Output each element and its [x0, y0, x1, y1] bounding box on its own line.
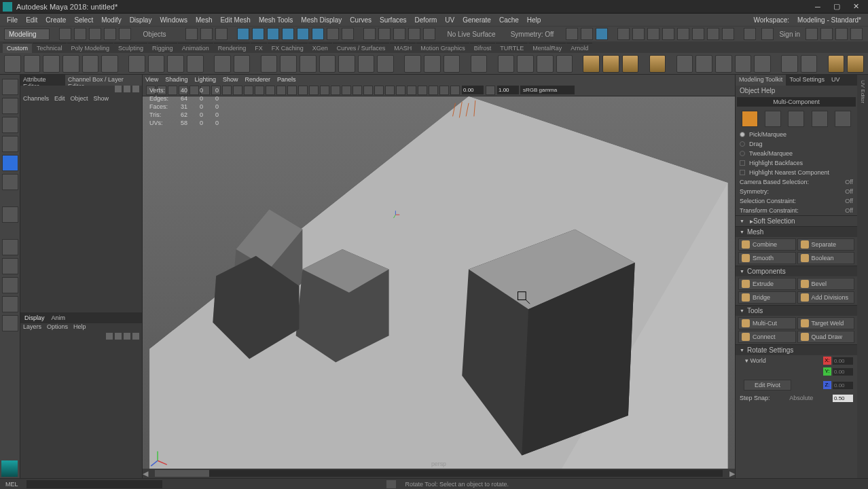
undo-icon[interactable]	[104, 28, 116, 40]
shelf-icon[interactable]	[404, 55, 421, 73]
viewport-3d[interactable]: persp	[143, 96, 735, 469]
sel-face-icon[interactable]	[267, 28, 279, 40]
lasso-tool-icon[interactable]	[2, 98, 18, 114]
panel2-icon[interactable]	[632, 28, 645, 40]
shelftab-motiongraphics[interactable]: Motion Graphics	[416, 43, 469, 53]
face-mode-icon[interactable]	[812, 111, 828, 127]
script-lang-label[interactable]: MEL	[0, 481, 24, 488]
shelftab-curves[interactable]: Curves / Surfaces	[333, 43, 390, 53]
close-button[interactable]: ✕	[846, 1, 865, 13]
shelf-icon[interactable]	[498, 55, 515, 73]
vp-menu-panels[interactable]: Panels	[277, 76, 296, 83]
toolkit-menu-help[interactable]: Help	[761, 87, 776, 94]
object-mode-icon[interactable]	[742, 111, 758, 127]
vp-icon[interactable]	[407, 86, 416, 95]
panel6-icon[interactable]	[692, 28, 704, 40]
selection-mask-label[interactable]: Objects	[143, 31, 166, 38]
uv-mode-icon[interactable]	[835, 111, 851, 127]
shelf-icon[interactable]	[319, 55, 336, 73]
cb-menu-object[interactable]: Object	[71, 95, 88, 105]
menu-curves[interactable]: Curves	[346, 16, 376, 24]
script-editor-icon[interactable]	[386, 480, 396, 488]
shelftab-rendering[interactable]: Rendering	[214, 43, 251, 53]
ui-toggle2-icon[interactable]	[820, 28, 833, 40]
shelf-icon[interactable]	[695, 55, 712, 73]
section-tools[interactable]: Tools	[736, 305, 857, 316]
menu-file[interactable]: File	[3, 16, 22, 24]
shelftab-polymodeling[interactable]: Poly Modeling	[67, 43, 114, 53]
workspace-selector[interactable]: Modeling - Standard*	[793, 16, 865, 24]
menu-surfaces[interactable]: Surfaces	[376, 16, 410, 24]
vp-icon[interactable]	[320, 86, 329, 95]
menu-meshtools[interactable]: Mesh Tools	[255, 16, 297, 24]
shelf-icon[interactable]	[377, 55, 394, 73]
vp-icon[interactable]	[352, 86, 362, 95]
dd-sel-constraint[interactable]: Selection Constraint:Off	[736, 196, 857, 206]
shelf-icon[interactable]	[801, 55, 818, 73]
shelftab-bifrost[interactable]: Bifrost	[470, 43, 496, 53]
panel5-icon[interactable]	[677, 28, 689, 40]
hist2-icon[interactable]	[378, 28, 391, 40]
btn-targetweld[interactable]: Target Weld	[797, 317, 855, 329]
shelf-icon[interactable]	[338, 55, 355, 73]
hist5-icon[interactable]	[423, 28, 435, 40]
menu-meshdisplay[interactable]: Mesh Display	[297, 16, 346, 24]
step-snap-value[interactable]: 0.50	[833, 395, 853, 402]
shelf-icon[interactable]	[128, 55, 145, 73]
layout-stack-icon[interactable]	[2, 296, 18, 312]
shelf-icon[interactable]	[715, 55, 732, 73]
cb-menu-channels[interactable]: Channels	[23, 95, 49, 105]
vp-icon[interactable]	[363, 86, 373, 95]
cb-menu-edit[interactable]: Edit	[54, 95, 65, 105]
section-components[interactable]: Components	[736, 266, 857, 276]
shelf-icon[interactable]	[280, 55, 297, 73]
vp-icon[interactable]	[429, 86, 438, 95]
shelf-icon[interactable]	[517, 55, 534, 73]
shelftab-mentalray[interactable]: MentalRay	[528, 43, 566, 53]
btn-combine[interactable]: Combine	[738, 238, 796, 251]
redo-icon[interactable]	[119, 28, 131, 40]
paint-select-tool-icon[interactable]	[2, 117, 18, 133]
vp-menu-view[interactable]: View	[145, 76, 158, 83]
shelf-icon[interactable]	[556, 55, 573, 73]
shelftab-technical[interactable]: Technical	[33, 43, 67, 53]
shelf-icon[interactable]	[261, 55, 278, 73]
render-icon[interactable]	[566, 28, 578, 40]
vp-icon[interactable]	[418, 86, 427, 95]
multi-component-button[interactable]: Multi-Component	[737, 97, 856, 107]
file-save-icon[interactable]	[89, 28, 101, 40]
vp-icon[interactable]	[309, 86, 319, 95]
sel-vert-icon[interactable]	[237, 28, 249, 40]
menu-generate[interactable]: Generate	[458, 16, 495, 24]
shelf-icon[interactable]	[735, 55, 752, 73]
dd-symmetry[interactable]: Symmetry:Off	[736, 187, 857, 196]
vp-icon[interactable]	[385, 86, 395, 95]
live-surface-label[interactable]: No Live Surface	[448, 31, 496, 38]
shelftab-arnold[interactable]: Arnold	[566, 43, 592, 53]
shelf-icon[interactable]	[62, 55, 79, 73]
panel3-icon[interactable]	[647, 28, 659, 40]
snap-curve-icon[interactable]	[200, 28, 213, 40]
gamma-field[interactable]: 1.00	[497, 86, 519, 94]
layers-menu[interactable]: Layers	[23, 323, 41, 333]
shelf-icon[interactable]	[358, 55, 375, 73]
shelf-icon[interactable]	[424, 55, 441, 73]
shelf-icon[interactable]	[444, 55, 460, 73]
minimize-button[interactable]: ─	[808, 1, 827, 13]
tab-tool-settings[interactable]: Tool Settings	[786, 75, 828, 86]
tab-channel-box[interactable]: Channel Box / Layer Editor	[65, 75, 142, 86]
shelftab-rigging[interactable]: Rigging	[148, 43, 177, 53]
section-soft-selection[interactable]: ▸ Soft Selection	[736, 215, 857, 226]
opt-tweak[interactable]: Tweak/Marquee	[736, 149, 857, 158]
menu-windows[interactable]: Windows	[156, 16, 192, 24]
rotate-space[interactable]: World	[751, 357, 766, 364]
shelf-icon[interactable]	[82, 55, 99, 73]
menu-help[interactable]: Help	[523, 16, 545, 24]
panel1-icon[interactable]	[617, 28, 630, 40]
tab-modeling-toolkit[interactable]: Modeling Toolkit	[736, 75, 786, 86]
menu-create[interactable]: Create	[41, 16, 70, 24]
ui-toggle4-icon[interactable]	[850, 28, 863, 40]
opt-drag[interactable]: Drag	[736, 139, 857, 149]
sel-uv-icon[interactable]	[282, 28, 294, 40]
vp-icon[interactable]	[342, 86, 351, 95]
